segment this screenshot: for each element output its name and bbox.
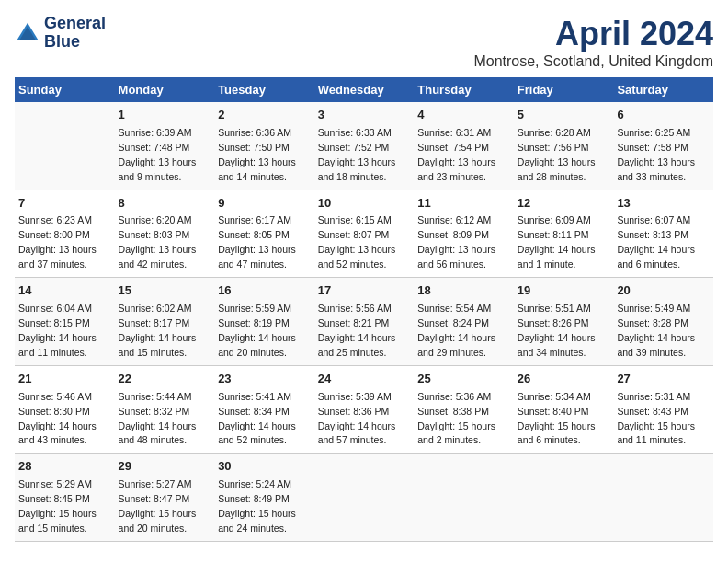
day-info: Sunrise: 6:31 AMSunset: 7:54 PMDaylight:… bbox=[417, 127, 495, 182]
day-number: 7 bbox=[18, 195, 111, 213]
day-info: Sunrise: 6:39 AMSunset: 7:48 PMDaylight:… bbox=[119, 127, 197, 182]
day-info: Sunrise: 5:56 AMSunset: 8:21 PMDaylight:… bbox=[318, 303, 396, 358]
day-info: Sunrise: 5:41 AMSunset: 8:34 PMDaylight:… bbox=[218, 391, 296, 446]
day-info: Sunrise: 6:23 AMSunset: 8:00 PMDaylight:… bbox=[18, 214, 97, 270]
page-header: General Blue April 2024 Montrose, Scotla… bbox=[15, 15, 713, 70]
calendar-cell: 7Sunrise: 6:23 AMSunset: 8:00 PMDaylight… bbox=[15, 190, 115, 278]
calendar-cell: 26Sunrise: 5:34 AMSunset: 8:40 PMDayligh… bbox=[514, 365, 614, 454]
calendar-cell: 19Sunrise: 5:51 AMSunset: 8:26 PMDayligh… bbox=[514, 278, 614, 366]
day-info: Sunrise: 6:28 AMSunset: 7:56 PMDaylight:… bbox=[518, 127, 596, 182]
day-number: 1 bbox=[119, 107, 211, 124]
calendar-cell: 25Sunrise: 5:36 AMSunset: 8:38 PMDayligh… bbox=[414, 365, 514, 454]
day-number: 27 bbox=[617, 371, 710, 388]
calendar-cell: 4Sunrise: 6:31 AMSunset: 7:54 PMDaylight… bbox=[414, 102, 514, 190]
day-info: Sunrise: 6:17 AMSunset: 8:05 PMDaylight:… bbox=[218, 214, 296, 270]
calendar-cell: 20Sunrise: 5:49 AMSunset: 8:28 PMDayligh… bbox=[613, 278, 713, 366]
calendar-cell: 3Sunrise: 6:33 AMSunset: 7:52 PMDaylight… bbox=[314, 102, 415, 190]
day-info: Sunrise: 5:34 AMSunset: 8:40 PMDaylight:… bbox=[518, 391, 596, 446]
calendar-cell: 8Sunrise: 6:20 AMSunset: 8:03 PMDaylight… bbox=[115, 190, 215, 278]
calendar-cell: 29Sunrise: 5:27 AMSunset: 8:47 PMDayligh… bbox=[115, 454, 215, 542]
day-number: 28 bbox=[18, 458, 111, 476]
calendar-cell: 5Sunrise: 6:28 AMSunset: 7:56 PMDaylight… bbox=[514, 102, 614, 190]
day-number: 25 bbox=[417, 371, 510, 388]
week-row-5: 28Sunrise: 5:29 AMSunset: 8:45 PMDayligh… bbox=[15, 454, 713, 542]
day-info: Sunrise: 5:24 AMSunset: 8:49 PMDaylight:… bbox=[218, 478, 296, 534]
day-info: Sunrise: 6:09 AMSunset: 8:11 PMDaylight:… bbox=[518, 214, 596, 270]
weekday-header-wednesday: Wednesday bbox=[314, 77, 415, 102]
calendar-cell: 23Sunrise: 5:41 AMSunset: 8:34 PMDayligh… bbox=[214, 365, 314, 454]
day-number: 9 bbox=[218, 195, 311, 213]
title-block: April 2024 Montrose, Scotland, United Ki… bbox=[473, 15, 713, 70]
day-info: Sunrise: 5:29 AMSunset: 8:45 PMDaylight:… bbox=[18, 478, 97, 534]
day-number: 22 bbox=[119, 371, 211, 388]
week-row-4: 21Sunrise: 5:46 AMSunset: 8:30 PMDayligh… bbox=[15, 365, 713, 454]
calendar-cell: 30Sunrise: 5:24 AMSunset: 8:49 PMDayligh… bbox=[214, 454, 314, 542]
day-number: 26 bbox=[518, 371, 610, 388]
day-info: Sunrise: 6:25 AMSunset: 7:58 PMDaylight:… bbox=[617, 127, 695, 182]
day-info: Sunrise: 5:27 AMSunset: 8:47 PMDaylight:… bbox=[119, 478, 197, 534]
calendar-cell bbox=[514, 454, 614, 542]
day-number: 19 bbox=[518, 282, 610, 300]
weekday-header-tuesday: Tuesday bbox=[214, 77, 314, 102]
week-row-3: 14Sunrise: 6:04 AMSunset: 8:15 PMDayligh… bbox=[15, 278, 713, 366]
calendar-cell: 28Sunrise: 5:29 AMSunset: 8:45 PMDayligh… bbox=[15, 454, 115, 542]
day-info: Sunrise: 6:02 AMSunset: 8:17 PMDaylight:… bbox=[119, 303, 197, 358]
day-number: 5 bbox=[518, 107, 610, 124]
calendar-cell: 21Sunrise: 5:46 AMSunset: 8:30 PMDayligh… bbox=[15, 365, 115, 454]
logo-icon bbox=[15, 20, 40, 46]
calendar-cell bbox=[15, 102, 115, 190]
calendar-cell: 9Sunrise: 6:17 AMSunset: 8:05 PMDaylight… bbox=[214, 190, 314, 278]
logo: General Blue bbox=[15, 15, 106, 52]
month-title: April 2024 bbox=[473, 15, 713, 53]
calendar-cell: 18Sunrise: 5:54 AMSunset: 8:24 PMDayligh… bbox=[414, 278, 514, 366]
calendar-cell: 22Sunrise: 5:44 AMSunset: 8:32 PMDayligh… bbox=[115, 365, 215, 454]
calendar-cell: 14Sunrise: 6:04 AMSunset: 8:15 PMDayligh… bbox=[15, 278, 115, 366]
weekday-header-friday: Friday bbox=[514, 77, 614, 102]
day-info: Sunrise: 5:44 AMSunset: 8:32 PMDaylight:… bbox=[119, 391, 197, 446]
day-number: 4 bbox=[417, 107, 510, 124]
calendar-cell: 15Sunrise: 6:02 AMSunset: 8:17 PMDayligh… bbox=[115, 278, 215, 366]
calendar-cell bbox=[613, 454, 713, 542]
calendar-cell bbox=[314, 454, 415, 542]
day-number: 3 bbox=[318, 107, 411, 124]
day-info: Sunrise: 6:07 AMSunset: 8:13 PMDaylight:… bbox=[617, 214, 695, 270]
day-number: 8 bbox=[119, 195, 211, 213]
location: Montrose, Scotland, United Kingdom bbox=[473, 53, 713, 70]
day-info: Sunrise: 6:33 AMSunset: 7:52 PMDaylight:… bbox=[318, 127, 396, 182]
day-info: Sunrise: 6:04 AMSunset: 8:15 PMDaylight:… bbox=[18, 303, 97, 358]
calendar-cell: 13Sunrise: 6:07 AMSunset: 8:13 PMDayligh… bbox=[613, 190, 713, 278]
weekday-header-monday: Monday bbox=[115, 77, 215, 102]
day-info: Sunrise: 5:36 AMSunset: 8:38 PMDaylight:… bbox=[417, 391, 495, 446]
calendar-table: SundayMondayTuesdayWednesdayThursdayFrid… bbox=[15, 77, 713, 542]
calendar-cell: 17Sunrise: 5:56 AMSunset: 8:21 PMDayligh… bbox=[314, 278, 415, 366]
day-info: Sunrise: 5:54 AMSunset: 8:24 PMDaylight:… bbox=[417, 303, 495, 358]
calendar-cell: 27Sunrise: 5:31 AMSunset: 8:43 PMDayligh… bbox=[613, 365, 713, 454]
calendar-cell: 2Sunrise: 6:36 AMSunset: 7:50 PMDaylight… bbox=[214, 102, 314, 190]
calendar-cell: 10Sunrise: 6:15 AMSunset: 8:07 PMDayligh… bbox=[314, 190, 415, 278]
day-number: 18 bbox=[417, 282, 510, 300]
day-number: 11 bbox=[417, 195, 510, 213]
day-info: Sunrise: 6:12 AMSunset: 8:09 PMDaylight:… bbox=[417, 214, 495, 270]
day-info: Sunrise: 5:59 AMSunset: 8:19 PMDaylight:… bbox=[218, 303, 296, 358]
weekday-header-row: SundayMondayTuesdayWednesdayThursdayFrid… bbox=[15, 77, 713, 102]
day-number: 17 bbox=[318, 282, 411, 300]
day-info: Sunrise: 5:49 AMSunset: 8:28 PMDaylight:… bbox=[617, 303, 695, 358]
day-number: 24 bbox=[318, 371, 411, 388]
day-info: Sunrise: 6:36 AMSunset: 7:50 PMDaylight:… bbox=[218, 127, 296, 182]
calendar-cell: 11Sunrise: 6:12 AMSunset: 8:09 PMDayligh… bbox=[414, 190, 514, 278]
day-info: Sunrise: 5:51 AMSunset: 8:26 PMDaylight:… bbox=[518, 303, 596, 358]
week-row-2: 7Sunrise: 6:23 AMSunset: 8:00 PMDaylight… bbox=[15, 190, 713, 278]
day-number: 14 bbox=[18, 282, 111, 300]
day-number: 2 bbox=[218, 107, 311, 124]
weekday-header-thursday: Thursday bbox=[414, 77, 514, 102]
day-number: 21 bbox=[18, 371, 111, 388]
day-info: Sunrise: 5:31 AMSunset: 8:43 PMDaylight:… bbox=[617, 391, 695, 446]
calendar-cell: 16Sunrise: 5:59 AMSunset: 8:19 PMDayligh… bbox=[214, 278, 314, 366]
day-number: 6 bbox=[617, 107, 710, 124]
day-number: 20 bbox=[617, 282, 710, 300]
day-info: Sunrise: 6:15 AMSunset: 8:07 PMDaylight:… bbox=[318, 214, 396, 270]
weekday-header-saturday: Saturday bbox=[613, 77, 713, 102]
day-info: Sunrise: 5:39 AMSunset: 8:36 PMDaylight:… bbox=[318, 391, 396, 446]
calendar-cell: 6Sunrise: 6:25 AMSunset: 7:58 PMDaylight… bbox=[613, 102, 713, 190]
day-info: Sunrise: 6:20 AMSunset: 8:03 PMDaylight:… bbox=[119, 214, 197, 270]
